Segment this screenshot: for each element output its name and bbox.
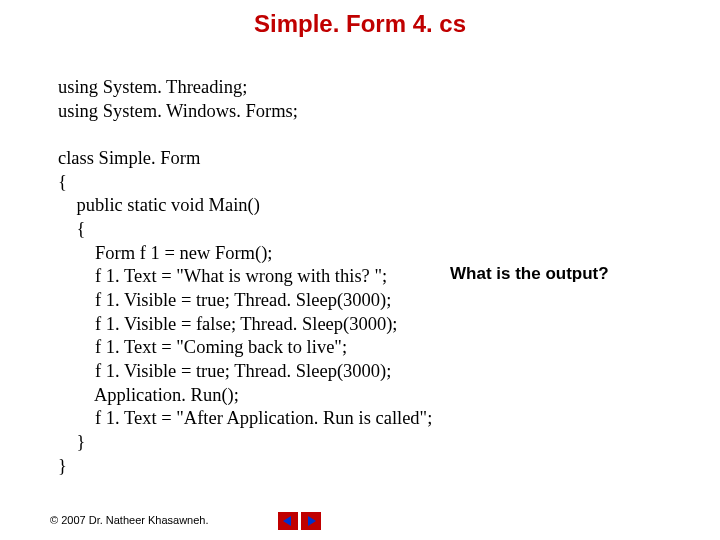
copyright-footer: © 2007 Dr. Natheer Khasawneh. [50,514,209,526]
slide-nav [278,512,321,530]
svg-marker-0 [283,516,291,526]
code-listing: using System. Threading; using System. W… [58,76,432,478]
triangle-right-icon [305,515,317,527]
prev-slide-button[interactable] [278,512,298,530]
triangle-left-icon [282,515,294,527]
output-question: What is the output? [450,264,609,284]
svg-marker-1 [308,516,316,526]
slide-title: Simple. Form 4. cs [0,0,720,38]
next-slide-button[interactable] [301,512,321,530]
